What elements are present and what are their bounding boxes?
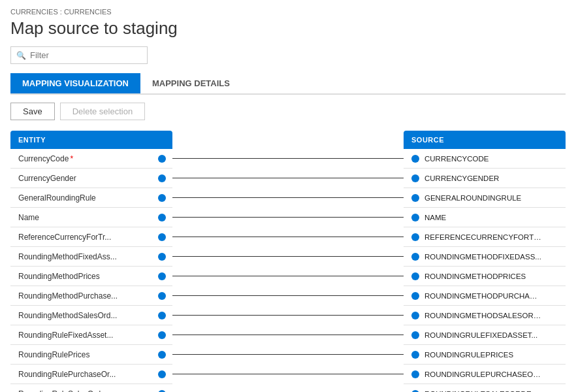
connector-dot [158, 351, 166, 359]
save-button[interactable]: Save [10, 103, 55, 120]
entity-row-label: RoundingMethodSalesOrd... [18, 311, 117, 320]
entity-row[interactable]: RoundingRulePurchaseOr... [10, 365, 172, 384]
entity-row-label: RoundingMethodFixedAss... [18, 252, 117, 261]
tab-mapping-details[interactable]: MAPPING DETAILS [140, 73, 242, 93]
connector-dot [158, 214, 166, 221]
entity-row[interactable]: CurrencyGender [10, 169, 172, 188]
breadcrumb: CURRENCIES : CURRENCIES [10, 8, 566, 16]
connector-dot [411, 351, 419, 359]
connector-dot [158, 272, 166, 280]
entity-row-label: RoundingRulePurchaseOr... [18, 370, 116, 379]
entity-row-label: CurrencyCode [18, 154, 69, 163]
entity-row[interactable]: RoundingMethodSalesOrd... [10, 306, 172, 325]
connector-dot [158, 233, 166, 241]
connector-dot [411, 155, 419, 163]
connector-dot [158, 253, 166, 261]
source-panel-header: SOURCE [404, 131, 566, 149]
entity-row[interactable]: GeneralRoundingRule [10, 188, 172, 208]
source-rows: CURRENCYCODECURRENCYGENDERGENERALROUNDIN… [404, 149, 566, 392]
source-row[interactable]: ROUNDINGMETHODSALESORD... [404, 306, 566, 325]
entity-row-label: RoundingRuleSalesOrder... [18, 389, 114, 393]
entity-row[interactable]: RoundingMethodPurchase... [10, 286, 172, 306]
tabs: MAPPING VISUALIZATION MAPPING DETAILS [10, 73, 566, 95]
connector-dot [158, 155, 166, 163]
entity-row[interactable]: RoundingMethodPrices [10, 267, 172, 286]
entity-row[interactable]: RoundingRuleFixedAsset... [10, 325, 172, 345]
entity-row[interactable]: CurrencyCode * [10, 149, 172, 169]
source-row-label: CURRENCYCODE [424, 155, 488, 163]
entity-panel: ENTITY CurrencyCode *CurrencyGenderGener… [10, 131, 172, 392]
entity-row-label: Name [18, 213, 39, 222]
delete-selection-button[interactable]: Delete selection [60, 103, 146, 120]
required-indicator: * [70, 154, 73, 163]
entity-row-label: CurrencyGender [18, 174, 76, 183]
entity-panel-header: ENTITY [10, 131, 172, 149]
source-row-label: NAME [424, 214, 446, 221]
toolbar: Save Delete selection [10, 103, 566, 120]
connector-dot [411, 214, 419, 221]
tab-mapping-visualization[interactable]: MAPPING VISUALIZATION [10, 73, 140, 93]
connector-dot [411, 292, 419, 300]
source-row[interactable]: CURRENCYCODE [404, 149, 566, 169]
connector-dot [158, 390, 166, 393]
source-row[interactable]: REFERENCECURRENCYFORTR... [404, 227, 566, 247]
source-row-label: ROUNDINGMETHODSALESORD... [424, 312, 542, 319]
mapping-area: ENTITY CurrencyCode *CurrencyGenderGener… [10, 131, 566, 392]
source-row[interactable]: NAME [404, 208, 566, 227]
source-row[interactable]: ROUNDINGMETHODPRICES [404, 267, 566, 286]
source-row-label: ROUNDINGRULEFIXEDASSET... [424, 331, 537, 339]
connector-dot [411, 194, 419, 202]
source-row-label: ROUNDINGRULESALESORDER... [424, 390, 542, 393]
entity-row-label: RoundingMethodPrices [18, 272, 100, 281]
page-wrapper: CURRENCIES : CURRENCIES Map source to st… [0, 0, 576, 392]
source-row-label: ROUNDINGMETHODPRICES [424, 272, 526, 280]
mapping-lines-svg [172, 131, 404, 392]
source-row[interactable]: ROUNDINGMETHODFIXEDASS... [404, 247, 566, 267]
connector-dot [158, 331, 166, 339]
entity-row[interactable]: ReferenceCurrencyForTr... [10, 227, 172, 247]
lines-container [172, 131, 404, 392]
entity-row-label: GeneralRoundingRule [18, 193, 96, 203]
source-row[interactable]: GENERALROUNDINGRULE [404, 188, 566, 208]
search-icon: 🔍 [16, 51, 26, 60]
entity-row-label: RoundingRulePrices [18, 350, 89, 359]
entity-row[interactable]: RoundingRulePrices [10, 345, 172, 365]
source-row-label: ROUNDINGMETHODPURCHASE... [424, 292, 542, 300]
source-row[interactable]: CURRENCYGENDER [404, 169, 566, 188]
source-row-label: ROUNDINGRULEPURCHASEOR... [424, 370, 542, 378]
connector-dot [158, 174, 166, 182]
source-row-label: GENERALROUNDINGRULE [424, 194, 521, 202]
connector-dot [411, 233, 419, 241]
connector-dot [411, 272, 419, 280]
source-row[interactable]: ROUNDINGRULEPURCHASEOR... [404, 365, 566, 384]
entity-row[interactable]: Name [10, 208, 172, 227]
entity-row-label: RoundingRuleFixedAsset... [18, 331, 113, 340]
entity-row-label: ReferenceCurrencyForTr... [18, 233, 111, 242]
source-row[interactable]: ROUNDINGRULESALESORDER... [404, 384, 566, 392]
source-row-label: ROUNDINGRULEPRICES [424, 351, 513, 359]
connector-dot [158, 194, 166, 202]
filter-input[interactable] [30, 50, 142, 60]
entity-rows: CurrencyCode *CurrencyGenderGeneralRound… [10, 149, 172, 392]
connector-dot [411, 174, 419, 182]
connector-dot [411, 370, 419, 378]
source-row[interactable]: ROUNDINGMETHODPURCHASE... [404, 286, 566, 306]
entity-row[interactable]: RoundingRuleSalesOrder... [10, 384, 172, 392]
source-row-label: CURRENCYGENDER [424, 174, 499, 182]
source-row-label: REFERENCECURRENCYFORTR... [424, 233, 542, 241]
connector-dot [411, 253, 419, 261]
page-title: Map source to staging [10, 18, 566, 39]
connector-dot [158, 370, 166, 378]
source-row[interactable]: ROUNDINGRULEFIXEDASSET... [404, 325, 566, 345]
source-row-label: ROUNDINGMETHODFIXEDASS... [424, 253, 541, 261]
connector-dot [411, 390, 419, 393]
connector-dot [411, 312, 419, 319]
connector-dot [411, 331, 419, 339]
connector-dot [158, 312, 166, 319]
source-panel: SOURCE CURRENCYCODECURRENCYGENDERGENERAL… [404, 131, 566, 392]
entity-row[interactable]: RoundingMethodFixedAss... [10, 247, 172, 267]
filter-box: 🔍 [10, 46, 148, 64]
entity-row-label: RoundingMethodPurchase... [18, 291, 118, 301]
source-row[interactable]: ROUNDINGRULEPRICES [404, 345, 566, 365]
connector-dot [158, 292, 166, 300]
